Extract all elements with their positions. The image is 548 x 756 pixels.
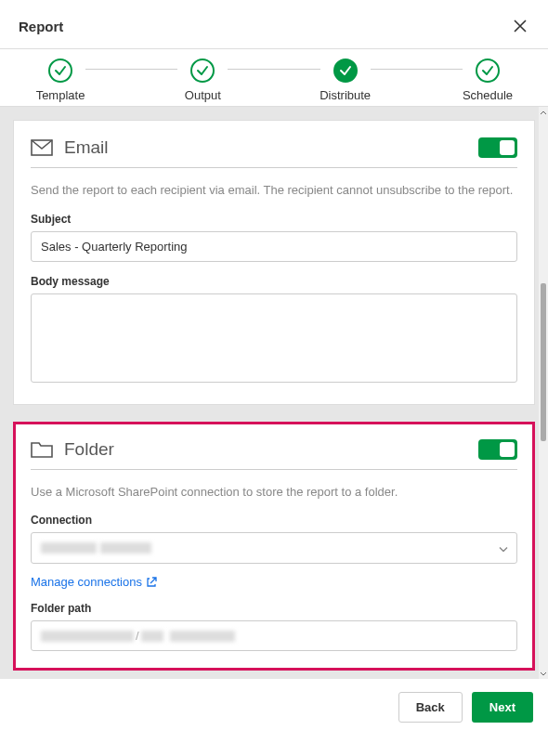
- body-input[interactable]: [31, 293, 517, 383]
- step-connector: [85, 69, 177, 70]
- step-label: Output: [185, 88, 221, 102]
- external-link-icon: [146, 577, 157, 588]
- stepper: Template Output Distribute Schedule: [0, 48, 548, 106]
- scroll-down-icon[interactable]: [540, 670, 547, 677]
- connection-select[interactable]: [31, 532, 517, 564]
- check-icon: [476, 59, 500, 83]
- folder-title: Folder: [64, 439, 114, 460]
- subject-label: Subject: [31, 213, 517, 226]
- folder-path-label: Folder path: [31, 602, 517, 615]
- chevron-down-icon: [499, 541, 508, 555]
- content-scroll[interactable]: Email Send the report to each recipient …: [0, 106, 548, 679]
- email-helper: Send the report to each recipient via em…: [31, 181, 517, 200]
- scrollbar[interactable]: [539, 107, 548, 679]
- redacted-text: [100, 542, 151, 554]
- folder-icon: [31, 439, 53, 460]
- folder-path-input[interactable]: /: [31, 620, 517, 651]
- check-icon: [190, 59, 215, 83]
- page-title: Report: [19, 19, 63, 34]
- step-connector: [228, 69, 320, 70]
- folder-toggle[interactable]: [478, 439, 517, 460]
- body-label: Body message: [31, 275, 517, 288]
- step-schedule[interactable]: Schedule: [437, 59, 539, 102]
- link-text: Manage connections: [31, 575, 142, 589]
- scroll-up-icon[interactable]: [540, 109, 547, 116]
- connection-label: Connection: [31, 514, 517, 527]
- redacted-text: [41, 542, 97, 554]
- step-output[interactable]: Output: [151, 59, 254, 102]
- step-label: Schedule: [463, 88, 513, 102]
- step-label: Distribute: [320, 88, 371, 102]
- next-button[interactable]: Next: [472, 692, 533, 723]
- redacted-text: [141, 631, 163, 642]
- check-icon: [333, 59, 358, 83]
- step-label: Template: [36, 88, 85, 102]
- check-icon: [48, 59, 72, 83]
- toggle-knob: [500, 442, 515, 457]
- footer: Back Next: [0, 679, 548, 736]
- folder-helper: Use a Microsoft SharePoint connection to…: [31, 483, 517, 502]
- manage-connections-link[interactable]: Manage connections: [31, 575, 157, 589]
- toggle-knob: [500, 140, 515, 155]
- email-section: Email Send the report to each recipient …: [13, 120, 535, 405]
- email-icon: [31, 137, 53, 158]
- redacted-text: [41, 631, 134, 642]
- email-toggle[interactable]: [478, 137, 517, 158]
- close-icon: [514, 20, 527, 33]
- step-connector: [371, 69, 463, 70]
- folder-section: Folder Use a Microsoft SharePoint connec…: [13, 422, 535, 671]
- email-title: Email: [64, 137, 109, 158]
- subject-input[interactable]: [31, 231, 517, 262]
- close-button[interactable]: [511, 17, 529, 35]
- redacted-text: [170, 631, 235, 642]
- step-distribute[interactable]: Distribute: [294, 59, 397, 102]
- scroll-thumb[interactable]: [541, 283, 546, 441]
- step-template[interactable]: Template: [9, 59, 111, 102]
- back-button[interactable]: Back: [398, 692, 463, 723]
